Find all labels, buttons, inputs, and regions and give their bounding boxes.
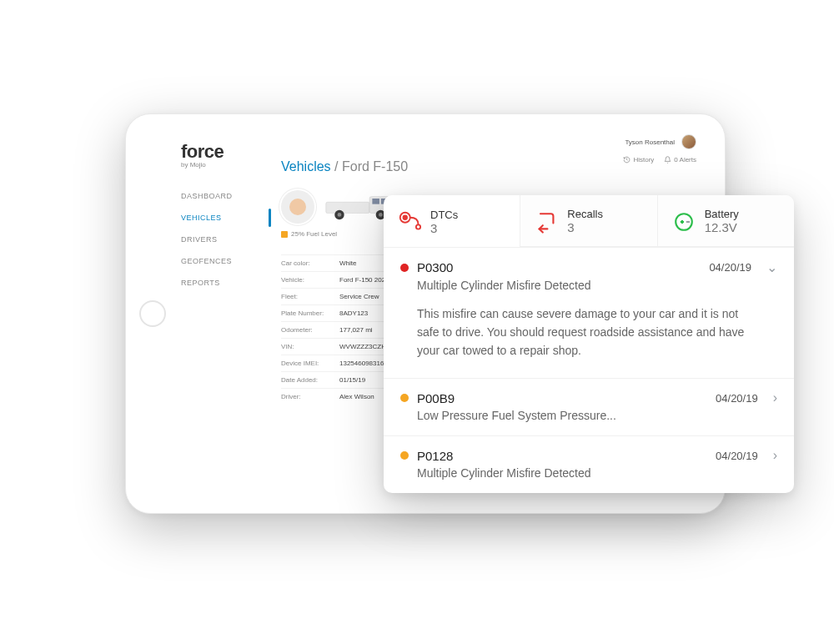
sidebar: force by Mojio DASHBOARD VEHICLES DRIVER… <box>171 128 271 500</box>
tab-recalls[interactable]: Recalls3 <box>520 195 656 247</box>
dtc-date: 04/20/19 <box>716 450 758 462</box>
severity-dot-amber <box>400 394 409 402</box>
nav-reports[interactable]: REPORTS <box>181 272 271 294</box>
dtc-title: Multiple Cylinder Misfire Detected <box>417 279 777 292</box>
bell-icon <box>664 156 671 164</box>
history-icon <box>623 156 631 164</box>
dtc-code: P0300 <box>417 260 453 274</box>
svg-rect-0 <box>326 202 369 213</box>
severity-dot-red <box>400 264 409 272</box>
severity-dot-amber <box>400 451 409 460</box>
diagnostics-panel: DTCs3 Recalls3 Battery12.3V P0300 04/20/… <box>384 195 794 493</box>
recall-icon <box>534 209 559 234</box>
tab-dtcs[interactable]: DTCs3 <box>384 195 520 247</box>
dtc-date: 04/20/19 <box>716 392 758 405</box>
dtc-code: P0128 <box>417 449 453 463</box>
avatar[interactable] <box>681 134 696 149</box>
battery-icon <box>671 209 696 234</box>
sub-toolbar: History 0 Alerts <box>623 156 696 164</box>
dtc-description: This misfire can cause severe damage to … <box>417 305 751 360</box>
nav-drivers[interactable]: DRIVERS <box>181 229 271 250</box>
chevron-right-icon: › <box>773 390 777 405</box>
dtc-item[interactable]: P0128 04/20/19 › Multiple Cylinder Misfi… <box>384 435 794 493</box>
topbar: Tyson Rosenthal <box>625 134 696 149</box>
dtc-item[interactable]: P0300 04/20/19 ⌄ Multiple Cylinder Misfi… <box>384 247 794 378</box>
dtc-title: Low Pressure Fuel System Pressure... <box>417 409 777 422</box>
breadcrumb-section[interactable]: Vehicles <box>281 159 331 174</box>
fuel-icon <box>281 231 288 238</box>
driver-avatar[interactable] <box>281 190 314 224</box>
svg-rect-2 <box>372 199 379 204</box>
svg-point-5 <box>338 213 342 217</box>
chevron-down-icon: ⌄ <box>766 259 777 275</box>
svg-point-9 <box>404 216 408 220</box>
tab-battery[interactable]: Battery12.3V <box>657 195 794 247</box>
dtc-date: 04/20/19 <box>709 261 751 274</box>
alerts-link[interactable]: 0 Alerts <box>664 156 696 164</box>
diagnostic-tabs: DTCs3 Recalls3 Battery12.3V <box>384 195 794 247</box>
nav-geofences[interactable]: GEOFENCES <box>181 250 271 272</box>
history-link[interactable]: History <box>623 156 654 164</box>
nav-vehicles[interactable]: VEHICLES <box>181 207 271 229</box>
dtc-icon <box>397 209 422 234</box>
breadcrumb-current: Ford F-150 <box>342 159 408 174</box>
dtc-code: P00B9 <box>417 391 455 405</box>
svg-point-10 <box>416 225 420 229</box>
brand-name: force <box>181 141 271 163</box>
dtc-title: Multiple Cylinder Misfire Detected <box>417 466 777 480</box>
user-name: Tyson Rosenthal <box>625 138 675 146</box>
brand-subtitle: by Mojio <box>181 161 271 169</box>
chevron-right-icon: › <box>773 448 777 463</box>
svg-point-7 <box>379 213 383 217</box>
nav-dashboard[interactable]: DASHBOARD <box>181 185 271 207</box>
dtc-item[interactable]: P00B9 04/20/19 › Low Pressure Fuel Syste… <box>384 378 794 435</box>
